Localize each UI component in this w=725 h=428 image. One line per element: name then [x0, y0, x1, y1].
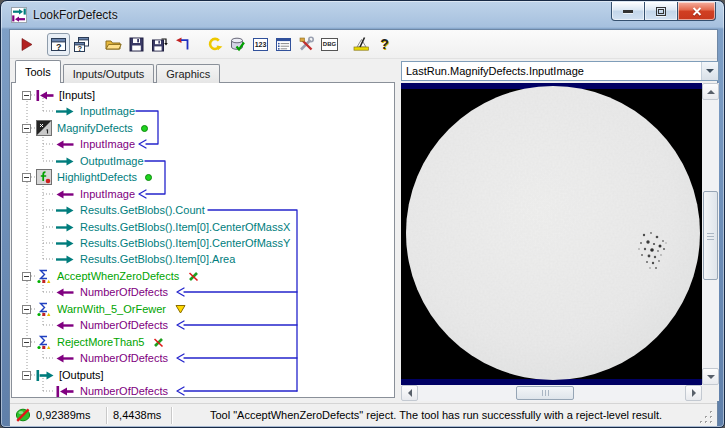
cascade-windows-button[interactable]: ?	[70, 33, 93, 56]
tree-label[interactable]: Results.GetBlobs().Count	[80, 204, 205, 216]
window-controls	[611, 2, 716, 21]
wafer-image	[401, 83, 702, 385]
output-arrow-icon	[56, 255, 74, 264]
minimize-icon	[623, 10, 633, 13]
collapse-icon[interactable]	[22, 91, 31, 100]
tree-row[interactable]: Results.GetBlobs().Count	[12, 202, 394, 218]
posted-values-button[interactable]: 123	[249, 33, 272, 56]
tree-row[interactable]: NumberOfDefects	[12, 383, 394, 398]
tool-tree-panel: [Inputs] InputImage MagnifyDefects Input…	[11, 82, 395, 398]
debug-icon: DBG	[321, 38, 338, 51]
collapse-icon[interactable]	[22, 173, 31, 182]
tree-label[interactable]: InputImage	[80, 105, 135, 117]
plotter-pen-icon	[353, 36, 370, 53]
collapse-icon[interactable]	[22, 305, 31, 314]
tree-label[interactable]: NumberOfDefects	[80, 352, 168, 364]
tree-label[interactable]: [Inputs]	[59, 89, 95, 101]
show-image-window-button[interactable]: ?	[47, 33, 70, 56]
close-icon	[692, 7, 702, 16]
scroll-right-button[interactable]	[685, 385, 702, 401]
save-as-button[interactable]	[148, 33, 171, 56]
cascade-windows-icon: ?	[73, 36, 90, 53]
tree-row[interactable]: InputImage	[12, 186, 394, 202]
tree-row[interactable]: Results.GetBlobs().Item[0].Area	[12, 251, 394, 267]
tree-label[interactable]: NumberOfDefects	[80, 319, 168, 331]
title-bar[interactable]: LookForDefects	[1, 1, 724, 29]
image-source-dropdown[interactable]: LastRun.MagnifyDefects.InputImage	[401, 61, 719, 81]
tree-row[interactable]: MagnifyDefects	[12, 120, 394, 136]
image-view	[401, 83, 702, 385]
resize-grip[interactable]	[700, 411, 714, 425]
horizontal-scroll-thumb[interactable]	[516, 386, 574, 400]
properties-form-button[interactable]	[272, 33, 295, 56]
tree-label[interactable]: Results.GetBlobs().Item[0].CenterOfMassY	[80, 237, 290, 249]
open-button[interactable]	[102, 33, 125, 56]
database-validate-button[interactable]	[226, 33, 249, 56]
save-as-icon	[151, 36, 168, 53]
tree-label[interactable]: [Outputs]	[59, 369, 104, 381]
save-button[interactable]	[125, 33, 148, 56]
tab-tools[interactable]: Tools	[15, 60, 61, 83]
tree-row[interactable]: OutputImage	[12, 153, 394, 169]
maximize-button[interactable]	[645, 2, 678, 21]
tab-strip: Tools Inputs/Outputs Graphics	[11, 60, 220, 83]
tree-row[interactable]: [Outputs]	[12, 367, 394, 383]
output-arrow-icon	[56, 223, 74, 232]
collapse-icon[interactable]	[22, 272, 31, 281]
undo-button[interactable]	[203, 33, 226, 56]
close-button[interactable]	[678, 2, 716, 21]
customize-tools-button[interactable]	[295, 33, 318, 56]
application-window: LookForDefects	[0, 0, 725, 428]
tree-label[interactable]: HighlightDefects	[57, 171, 137, 183]
tree-row[interactable]: NumberOfDefects	[12, 284, 394, 300]
tree-label[interactable]: NumberOfDefects	[80, 286, 168, 298]
tab-inputs-outputs[interactable]: Inputs/Outputs	[63, 64, 155, 83]
minimize-button[interactable]	[611, 2, 645, 21]
help-button[interactable]: ?	[373, 33, 396, 56]
scroll-left-button[interactable]	[401, 385, 418, 401]
tree-row[interactable]: WarnWith_5_OrFewer	[12, 301, 394, 317]
scroll-up-button[interactable]	[702, 83, 719, 100]
horizontal-scrollbar[interactable]	[401, 385, 702, 401]
reject-result-icon	[188, 271, 199, 282]
tab-graphics[interactable]: Graphics	[156, 64, 220, 83]
tree-row[interactable]: [Inputs]	[12, 87, 394, 103]
tree-label[interactable]: RejectMoreThan5	[57, 336, 144, 348]
tree-label[interactable]: NumberOfDefects	[80, 385, 168, 397]
tree-row[interactable]: AcceptWhenZeroDefects	[12, 268, 394, 284]
maximize-icon	[656, 7, 666, 16]
dropdown-button[interactable]	[701, 62, 718, 80]
tree-row[interactable]: NumberOfDefects	[12, 317, 394, 333]
tree-row[interactable]: Results.GetBlobs().Item[0].CenterOfMassY	[12, 235, 394, 251]
run-icon	[18, 36, 35, 53]
tree-label[interactable]: AcceptWhenZeroDefects	[57, 270, 179, 282]
tree-label[interactable]: WarnWith_5_OrFewer	[57, 303, 166, 315]
collapse-icon[interactable]	[22, 124, 31, 133]
image-source-value: LastRun.MagnifyDefects.InputImage	[402, 65, 701, 77]
tree-row[interactable]: Results.GetBlobs().Item[0].CenterOfMassX	[12, 219, 394, 235]
reject-result-icon	[153, 337, 164, 348]
tree-label[interactable]: Results.GetBlobs().Item[0].Area	[80, 253, 235, 265]
tree-row[interactable]: HighlightDefects	[12, 169, 394, 185]
image-display-panel	[401, 83, 719, 401]
debug-button[interactable]: DBG	[318, 33, 341, 56]
scroll-down-button[interactable]	[702, 368, 719, 385]
tree-label[interactable]: MagnifyDefects	[57, 122, 133, 134]
revert-button[interactable]	[171, 33, 194, 56]
tree-label[interactable]: OutputImage	[80, 155, 144, 167]
vertical-scroll-thumb[interactable]	[703, 191, 718, 280]
vertical-scrollbar[interactable]	[702, 83, 719, 385]
collapse-icon[interactable]	[22, 338, 31, 347]
tree-row[interactable]: RejectMoreThan5	[12, 334, 394, 350]
tree-row[interactable]: InputImage	[12, 103, 394, 119]
tree-row[interactable]: NumberOfDefects	[12, 350, 394, 366]
annotate-button[interactable]	[350, 33, 373, 56]
tree-row[interactable]: InputImage	[12, 136, 394, 152]
collapse-icon[interactable]	[22, 371, 31, 380]
outputs-terminal-icon	[36, 370, 54, 381]
tree-label[interactable]: Results.GetBlobs().Item[0].CenterOfMassX	[80, 221, 290, 233]
run-button[interactable]	[15, 33, 38, 56]
revert-icon	[174, 36, 191, 53]
tree-label[interactable]: InputImage	[80, 188, 135, 200]
tree-label[interactable]: InputImage	[80, 138, 135, 150]
